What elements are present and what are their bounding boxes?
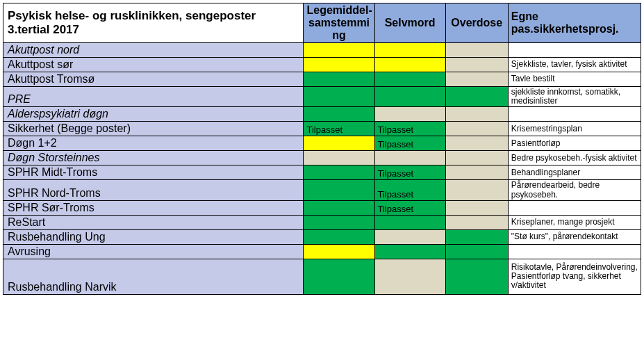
- status-cell: Tilpasset: [374, 200, 445, 215]
- note-cell: sjekkliste innkomst, somatikk, medisinli…: [508, 87, 641, 107]
- status-cell: [445, 151, 508, 165]
- row-label: Alderspsykiatri døgn: [3, 107, 304, 122]
- status-cell: [445, 43, 508, 58]
- row-label: Døgn 1+2: [3, 136, 304, 151]
- row-label: Rusbehandling Ung: [3, 229, 304, 244]
- status-cell: Tilpasset: [374, 165, 445, 180]
- status-cell: [374, 229, 445, 244]
- row-label: Akuttpost sør: [3, 58, 304, 72]
- status-cell: [445, 229, 508, 244]
- header-col1-line3: ng: [332, 29, 346, 41]
- status-cell: [374, 87, 445, 107]
- table-row: Akuttpost sørSjekkliste, tavler, fysisk …: [3, 58, 641, 72]
- status-cell: [445, 72, 508, 87]
- status-cell: [445, 87, 508, 107]
- table-row: Avrusing: [3, 244, 641, 259]
- note-cell: [508, 107, 641, 122]
- note-cell: Tavle bestilt: [508, 72, 641, 87]
- status-cell: [304, 215, 374, 229]
- header-egne-prosj: Egne pas.sikkerhetsprosj.: [508, 3, 641, 43]
- status-cell: [445, 244, 508, 259]
- row-label: Avrusing: [3, 244, 304, 259]
- status-cell: [445, 107, 508, 122]
- table-row: Akuttpost nord: [3, 43, 641, 58]
- status-cell: [304, 107, 374, 122]
- header-col1-line1: Legemiddel-: [306, 4, 372, 16]
- table-row: ReStartKriseplaner, mange prosjekt: [3, 215, 641, 229]
- status-cell: [374, 72, 445, 87]
- header-legemiddel: Legemiddel- samstemmi ng: [304, 3, 374, 43]
- status-cell: [445, 58, 508, 72]
- note-cell: Bedre psykosebeh.-fysisk aktivitet: [508, 151, 641, 165]
- status-cell: [445, 259, 508, 294]
- status-cell: [304, 43, 374, 58]
- row-label: Akuttpost nord: [3, 43, 304, 58]
- table-row: Akuttpost TromsøTavle bestilt: [3, 72, 641, 87]
- note-cell: [508, 43, 641, 58]
- status-cell: [374, 43, 445, 58]
- status-cell: [445, 215, 508, 229]
- note-cell: Sjekkliste, tavler, fysisk aktivitet: [508, 58, 641, 72]
- status-cell: Tilpasset: [374, 122, 445, 136]
- status-cell: [304, 87, 374, 107]
- status-cell: [374, 259, 445, 294]
- table-row: SPHR Sør-TromsTilpasset: [3, 200, 641, 215]
- table-body: Akuttpost nordAkuttpost sørSjekkliste, t…: [3, 43, 641, 295]
- row-label: Sikkerhet (Begge poster): [3, 122, 304, 136]
- status-cell: [374, 58, 445, 72]
- header-col1-line2: samstemmi: [308, 17, 370, 29]
- header-selvmord: Selvmord: [374, 3, 445, 43]
- row-label: SPHR Nord-Troms: [3, 180, 304, 200]
- row-label: SPHR Midt-Troms: [3, 165, 304, 180]
- table-row: Rusbehandling NarvikRisikotavle, Pårøren…: [3, 259, 641, 294]
- status-table: Psykisk helse- og rusklinikken, sengepos…: [3, 3, 641, 295]
- row-label: Akuttpost Tromsø: [3, 72, 304, 87]
- status-cell: [304, 72, 374, 87]
- note-cell: "Stø kurs", pårørendekontakt: [508, 229, 641, 244]
- note-cell: Risikotavle, Pårørendeinvolvering, Pasie…: [508, 259, 641, 294]
- row-label: PRE: [3, 87, 304, 107]
- status-cell: Tilpasset: [304, 122, 374, 136]
- header-overdose: Overdose: [445, 3, 508, 43]
- row-label: ReStart: [3, 215, 304, 229]
- status-cell: [304, 229, 374, 244]
- header-col4-line2: pas.sikkerhetsprosj.: [511, 23, 619, 35]
- status-cell: [374, 107, 445, 122]
- row-label: SPHR Sør-Troms: [3, 200, 304, 215]
- table-row: SPHR Nord-TromsTilpassetPårørendearbeid,…: [3, 180, 641, 200]
- status-cell: Tilpasset: [374, 136, 445, 151]
- table-title: Psykisk helse- og rusklinikken, sengepos…: [3, 3, 304, 43]
- status-cell: Tilpasset: [374, 180, 445, 200]
- status-cell: [304, 244, 374, 259]
- status-cell: [304, 200, 374, 215]
- table-row: Sikkerhet (Begge poster)TilpassetTilpass…: [3, 122, 641, 136]
- status-cell: [304, 151, 374, 165]
- status-cell: [304, 165, 374, 180]
- status-cell: [445, 200, 508, 215]
- status-cell: [445, 165, 508, 180]
- status-cell: [304, 180, 374, 200]
- row-label: Rusbehandling Narvik: [3, 259, 304, 294]
- table-row: SPHR Midt-TromsTilpassetBehandlingsplane…: [3, 165, 641, 180]
- status-cell: [304, 58, 374, 72]
- header-col4-line1: Egne: [511, 10, 538, 22]
- table-row: PREsjekkliste innkomst, somatikk, medisi…: [3, 87, 641, 107]
- row-label: Døgn Storsteinnes: [3, 151, 304, 165]
- status-cell: [374, 215, 445, 229]
- status-cell: [374, 244, 445, 259]
- table-row: Døgn StorsteinnesBedre psykosebeh.-fysis…: [3, 151, 641, 165]
- table-row: Alderspsykiatri døgn: [3, 107, 641, 122]
- status-cell: [304, 136, 374, 151]
- table-row: Rusbehandling Ung"Stø kurs", pårørendeko…: [3, 229, 641, 244]
- status-cell: [374, 151, 445, 165]
- note-cell: [508, 200, 641, 215]
- status-cell: [304, 259, 374, 294]
- header-row: Psykisk helse- og rusklinikken, sengepos…: [3, 3, 641, 43]
- status-cell: [445, 136, 508, 151]
- note-cell: [508, 244, 641, 259]
- note-cell: Pasientforløp: [508, 136, 641, 151]
- table-row: Døgn 1+2TilpassetPasientforløp: [3, 136, 641, 151]
- note-cell: Pårørendearbeid, bedre psykosebeh.: [508, 180, 641, 200]
- status-cell: [445, 122, 508, 136]
- note-cell: Krisemestringsplan: [508, 122, 641, 136]
